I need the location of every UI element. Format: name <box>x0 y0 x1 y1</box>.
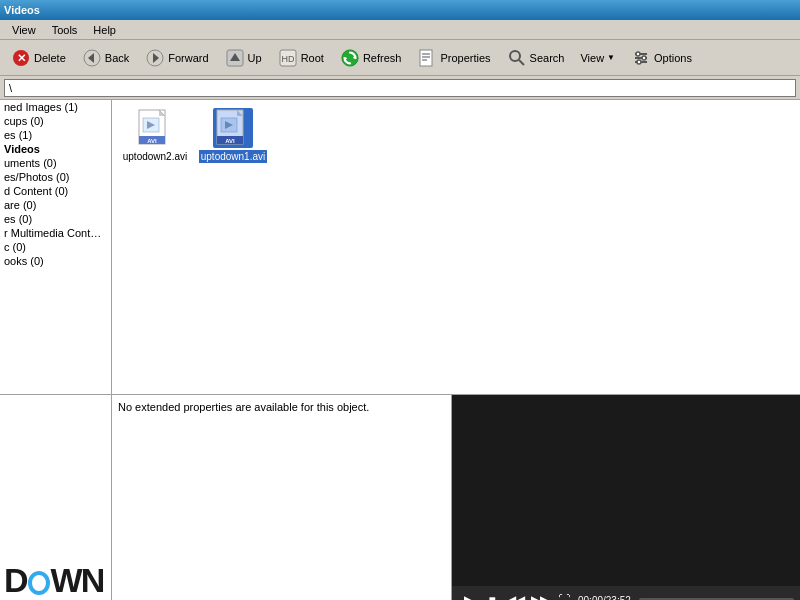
stop-button[interactable]: ■ <box>482 590 502 600</box>
svg-line-18 <box>519 60 524 65</box>
ffwd-button[interactable]: ▶▶ <box>530 590 550 600</box>
back-button[interactable]: Back <box>75 43 136 73</box>
delete-button[interactable]: ✕ Delete <box>4 43 73 73</box>
address-bar <box>0 76 800 100</box>
sidebar-item-6[interactable]: d Content (0) <box>0 184 111 198</box>
svg-text:✕: ✕ <box>17 52 26 64</box>
svg-text:HD: HD <box>281 54 294 64</box>
delete-icon: ✕ <box>11 48 31 68</box>
toolbar: ✕ Delete Back Forward <box>0 40 800 76</box>
menu-view[interactable]: View <box>4 22 44 38</box>
sidebar-item-7[interactable]: are (0) <box>0 198 111 212</box>
rewind-button[interactable]: ◀◀ <box>506 590 526 600</box>
sidebar-item-1[interactable]: cups (0) <box>0 114 111 128</box>
menu-tools[interactable]: Tools <box>44 22 86 38</box>
sidebar-item-11[interactable]: ooks (0) <box>0 254 111 268</box>
svg-point-17 <box>510 51 520 61</box>
time-display: 00:00/23:52 <box>578 595 631 601</box>
options-icon <box>631 48 651 68</box>
svg-text:AVI: AVI <box>147 138 157 144</box>
properties-icon <box>417 48 437 68</box>
bottom-panel: DWN .com No extended properties are avai… <box>0 394 800 600</box>
title-text: Videos <box>4 4 40 16</box>
video-screen <box>452 395 800 586</box>
options-button[interactable]: Options <box>624 43 699 73</box>
forward-button[interactable]: Forward <box>138 43 215 73</box>
svg-point-23 <box>642 56 646 60</box>
file-name-0: uptodown2.avi <box>121 150 190 163</box>
search-icon <box>507 48 527 68</box>
menu-bar: View Tools Help <box>0 20 800 40</box>
properties-message: No extended properties are available for… <box>118 401 369 413</box>
properties-text: No extended properties are available for… <box>112 395 452 600</box>
sidebar-item-5[interactable]: es/Photos (0) <box>0 170 111 184</box>
root-icon: HD <box>278 48 298 68</box>
media-player: ▶ ■ ◀◀ ▶▶ ⛶ 00:00/23:52 <box>452 395 800 600</box>
view-button[interactable]: View ▼ <box>573 43 622 73</box>
svg-point-22 <box>636 52 640 56</box>
refresh-button[interactable]: Refresh <box>333 43 409 73</box>
file-item-1[interactable]: AVI uptodown1.avi <box>198 108 268 163</box>
sidebar-item-10[interactable]: c (0) <box>0 240 111 254</box>
sidebar-item-3[interactable]: Videos <box>0 142 111 156</box>
svg-text:AVI: AVI <box>225 138 235 144</box>
sidebar: ned Images (1) cups (0) es (1) Videos um… <box>0 100 112 394</box>
file-icon-0: AVI <box>135 108 175 148</box>
file-name-1: uptodown1.avi <box>199 150 268 163</box>
fullscreen-button[interactable]: ⛶ <box>554 590 574 600</box>
search-button[interactable]: Search <box>500 43 572 73</box>
sidebar-item-0[interactable]: ned Images (1) <box>0 100 111 114</box>
address-input[interactable] <box>4 79 796 97</box>
sidebar-item-4[interactable]: uments (0) <box>0 156 111 170</box>
media-controls: ▶ ■ ◀◀ ▶▶ ⛶ 00:00/23:52 <box>452 586 800 600</box>
sidebar-item-2[interactable]: es (1) <box>0 128 111 142</box>
up-icon <box>225 48 245 68</box>
sidebar-item-9[interactable]: r Multimedia Content (0) <box>0 226 111 240</box>
root-button[interactable]: HD Root <box>271 43 331 73</box>
file-icon-1: AVI <box>213 108 253 148</box>
preview-area: DWN .com <box>0 395 112 600</box>
main-layout: ned Images (1) cups (0) es (1) Videos um… <box>0 100 800 394</box>
svg-rect-13 <box>420 50 432 66</box>
forward-icon <box>145 48 165 68</box>
play-button[interactable]: ▶ <box>458 590 478 600</box>
logo-d: D <box>4 561 27 599</box>
logo-o <box>28 571 50 595</box>
refresh-icon <box>340 48 360 68</box>
back-icon <box>82 48 102 68</box>
logo-preview: DWN .com <box>0 559 107 600</box>
view-dropdown-icon: ▼ <box>607 53 615 62</box>
up-button[interactable]: Up <box>218 43 269 73</box>
properties-button[interactable]: Properties <box>410 43 497 73</box>
title-bar: Videos <box>0 0 800 20</box>
svg-point-24 <box>637 60 641 64</box>
sidebar-item-8[interactable]: es (0) <box>0 212 111 226</box>
file-area[interactable]: AVI uptodown2.avi AVI upto <box>112 100 800 394</box>
menu-help[interactable]: Help <box>85 22 124 38</box>
logo-wn: WN <box>51 561 104 599</box>
file-item-0[interactable]: AVI uptodown2.avi <box>120 108 190 163</box>
